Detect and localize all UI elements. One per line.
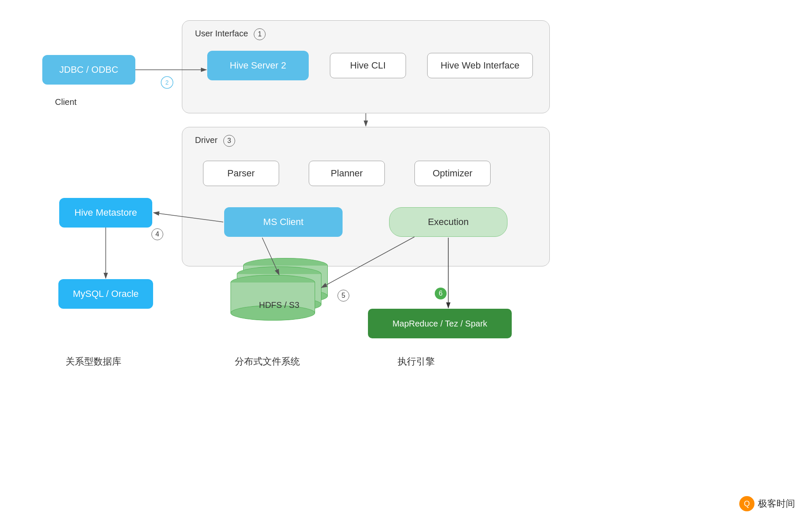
watermark: Q 极客时间 [739,496,795,511]
hdfs-bottom-label: 分布式文件系统 [235,355,300,368]
hdfs-badge: 5 [334,290,349,302]
hdfs-label: HDFS / S3 [230,300,328,310]
driver-panel-label: Driver 3 [195,135,235,147]
hive-metastore-box: Hive Metastore [59,198,152,228]
metastore-badge: 4 [148,228,163,240]
mapreduce-badge: 6 [431,288,447,299]
ms-client-box: MS Client [224,207,343,237]
execution-engine-label: 执行引擎 [398,355,435,368]
mysql-oracle-box: MySQL / Oracle [58,279,153,309]
planner-box: Planner [309,161,385,186]
svg-point-3 [161,77,173,88]
jdbc-odbc-label: JDBC / ODBC [59,64,118,75]
watermark-icon: Q [739,496,754,511]
hive-server-box: Hive Server 2 [207,51,309,80]
ui-badge: 1 [254,28,266,40]
client-label: Client [55,97,77,107]
execution-box: Execution [389,207,508,237]
hive-web-box: Hive Web Interface [427,53,533,78]
mapreduce-box: MapReduce / Tez / Spark [368,309,512,338]
optimizer-box: Optimizer [414,161,491,186]
diagram: JDBC / ODBC Client User Interface 1 Hive… [0,0,812,524]
ui-panel-label: User Interface 1 [195,28,266,40]
parser-box: Parser [203,161,279,186]
svg-text:2: 2 [165,79,169,86]
watermark-text: 极客时间 [758,497,795,510]
relational-db-label: 关系型数据库 [66,355,121,368]
driver-panel: Driver 3 [182,127,550,266]
driver-badge: 3 [223,135,235,147]
hive-cli-box: Hive CLI [330,53,406,78]
jdbc-odbc-box: JDBC / ODBC [42,55,135,85]
